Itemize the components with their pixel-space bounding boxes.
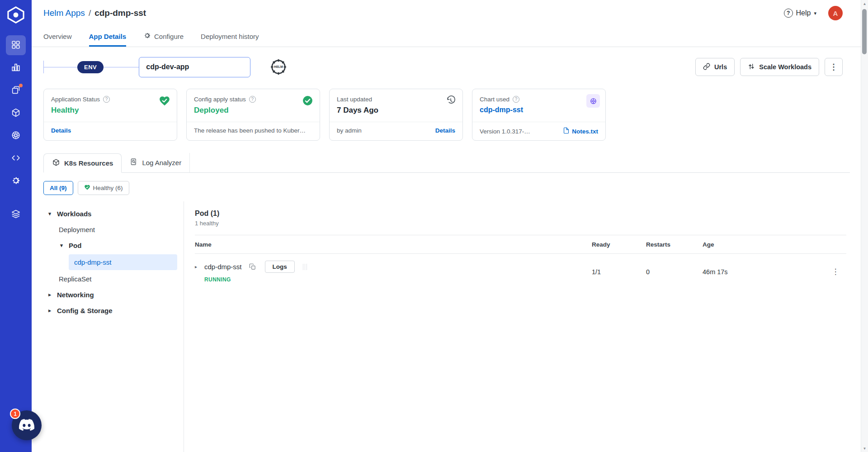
avatar[interactable]: A [828,6,843,20]
info-icon[interactable]: ? [513,96,519,103]
sidebar-item-bulk-edit[interactable] [6,148,26,168]
sidebar-item-applications[interactable] [6,35,26,55]
application-status-title: Application Status [51,96,100,103]
tree-pod-label: Pod [69,242,81,249]
tree-networking-label: Networking [57,291,94,299]
scroll-track[interactable] [861,7,868,445]
app-root: Helm Apps / cdp-dmp-sst ? Help ▾ A Overv… [0,0,868,452]
tab-overview[interactable]: Overview [43,26,72,47]
more-actions-button[interactable]: ⋮ [825,58,843,76]
application-status-value: Healthy [51,106,170,115]
logs-button[interactable]: Logs [265,261,295,273]
urls-button[interactable]: Urls [695,58,735,76]
health-filters: All (9) Healthy (6) [43,181,850,195]
notes-txt-link[interactable]: Notes.txt [572,128,598,135]
tab-app-details[interactable]: App Details [89,26,127,47]
copy-icon[interactable] [249,263,256,270]
page-scrollbar[interactable]: ▲ ▼ [861,0,868,452]
tree-group-networking[interactable]: ▸ Networking [44,287,180,303]
scale-workloads-button[interactable]: Scale Workloads [740,58,819,76]
urls-label: Urls [714,63,727,71]
link-icon [703,63,710,71]
last-updated-value: 7 Days Ago [337,106,455,115]
chart-used-card: Chart used ? cdp-dmp-sst Version 1.0.317… [472,89,606,141]
cube-icon [52,158,60,168]
chart-icon-box[interactable] [586,94,600,108]
filter-all[interactable]: All (9) [43,181,73,195]
pod-panel-title: Pod (1) [195,209,846,218]
resources-body: ▾ Workloads Deployment ▾ Pod cdp-dmp-sst [43,201,850,452]
resource-tree: ▾ Workloads Deployment ▾ Pod cdp-dmp-sst [43,201,184,452]
column-ready: Ready [592,241,646,248]
tree-group-workloads[interactable]: ▾ Workloads [44,206,180,222]
sidebar-item-resource-browser[interactable] [6,103,26,123]
top-header: Helm Apps / cdp-dmp-sst ? Help ▾ A [32,0,868,26]
resources-section: K8s Resources Log Analyzer All (9) Healt… [43,152,850,452]
application-status-details-link[interactable]: Details [51,127,71,134]
tab-log-analyzer-label: Log Analyzer [142,159,181,167]
tree-group-pod[interactable]: ▾ Pod [44,238,180,253]
env-connector-line [44,67,77,67]
tab-configure-label: Configure [154,33,184,40]
layers-icon [11,209,21,220]
grip-icon [303,264,307,270]
healthy-heart-icon [159,95,170,107]
tree-config-storage-label: Config & Storage [57,307,113,314]
application-status-card: Application Status ? Healthy Details [43,89,177,141]
app-name-selector[interactable]: cdp-dev-app [139,57,250,77]
pod-table-row[interactable]: ▸ cdp-dmp-sst Logs RUNNING 1/1 0 [195,254,846,290]
tab-k8s-resources[interactable]: K8s Resources [43,153,122,173]
tab-configure[interactable]: Configure [143,26,184,47]
tree-group-config-storage[interactable]: ▸ Config & Storage [44,303,180,319]
scroll-thumb[interactable] [862,9,867,54]
sidebar-item-jobs[interactable] [6,81,26,100]
help-icon: ? [784,9,793,18]
check-circle-icon [302,95,313,106]
last-updated-details-link[interactable]: Details [435,127,455,134]
tree-replicaset-label: ReplicaSet [59,275,92,283]
apps-grid-icon [11,40,21,51]
sidebar-item-chart-store[interactable] [6,126,26,146]
scroll-up-arrow[interactable]: ▲ [861,0,868,7]
configure-gear-icon [143,32,151,41]
chart-used-link[interactable]: cdp-dmp-sst [480,106,598,114]
tab-deployment-history[interactable]: Deployment history [201,26,259,47]
config-apply-status-card: Config apply status ? Deployed The relea… [186,89,320,141]
info-icon[interactable]: ? [103,96,110,103]
code-icon [11,153,21,164]
devtron-logo[interactable] [6,5,25,24]
kebab-icon: ⋮ [830,62,838,72]
discord-chat-button[interactable]: 1 [12,410,42,440]
help-menu[interactable]: ? Help ▾ [784,9,816,18]
tree-item-replicaset[interactable]: ReplicaSet [44,271,180,287]
tree-item-cdp-dmp-sst[interactable]: cdp-dmp-sst [69,254,177,270]
environment-bar: ENV cdp-dev-app HELM Urls Scale Workload… [43,54,843,80]
sidebar-item-stack-manager[interactable] [6,205,26,224]
scroll-down-arrow[interactable]: ▼ [861,445,868,452]
last-updated-by: by admin [337,127,362,134]
row-menu-icon[interactable]: ⋮ [832,267,840,276]
log-search-icon [130,158,138,167]
config-apply-title: Config apply status [194,96,246,103]
app-nav-tabs: Overview App Details Configure Deploymen… [32,26,868,47]
cube-icon [11,108,21,119]
pod-name: cdp-dmp-sst [204,263,242,271]
sidebar-item-application-groups[interactable] [6,58,26,78]
history-icon[interactable] [445,95,456,106]
tab-log-analyzer[interactable]: Log Analyzer [122,153,190,172]
expand-row-icon[interactable]: ▸ [195,264,200,269]
jobs-notification-dot [19,84,23,87]
triangle-down-icon: ▾ [59,243,64,248]
last-updated-title: Last updated [337,96,372,103]
filter-healthy[interactable]: Healthy (6) [78,181,129,195]
pod-table-header: Name Ready Restarts Age [195,235,846,254]
triangle-right-icon: ▸ [47,292,52,298]
info-icon[interactable]: ? [249,96,256,103]
pod-restarts-value: 0 [646,268,703,276]
breadcrumb-separator: / [89,8,91,18]
breadcrumb: Helm Apps / cdp-dmp-sst [43,8,146,18]
help-label: Help [796,9,811,17]
tree-item-deployment[interactable]: Deployment [44,222,180,238]
sidebar-item-global-configurations[interactable] [6,171,26,191]
breadcrumb-helm-apps-link[interactable]: Helm Apps [43,8,85,18]
